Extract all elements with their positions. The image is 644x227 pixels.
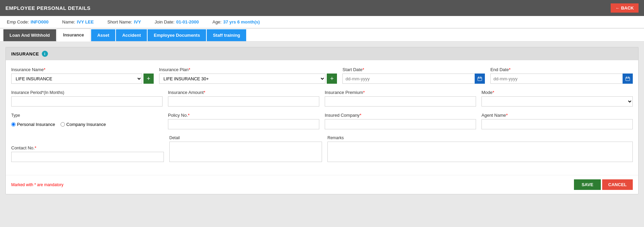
remarks-group: Remarks xyxy=(327,135,633,162)
personal-insurance-radio[interactable] xyxy=(11,122,16,127)
insurance-premium-label: Insurance Premium* xyxy=(325,90,476,95)
type-group: Type Personal Insurance Company Insuranc… xyxy=(11,113,163,129)
insured-company-label: Insured Company* xyxy=(325,113,476,118)
header-bar: EMPLOYEE PERSONAL DETAILS ← BACK xyxy=(0,0,644,16)
insurance-name-label: Insurance Name* xyxy=(11,67,154,72)
contact-no-label: Contact No.* xyxy=(11,145,164,150)
employee-info-bar: Emp Code: INFO000 Name: IVY LEE Short Na… xyxy=(0,16,644,29)
save-button[interactable]: SAVE xyxy=(574,179,600,190)
name-label: Name: xyxy=(62,19,75,25)
insurance-plan-select[interactable]: LIFE INSURANCE 30+ xyxy=(159,74,326,84)
short-name-label: Short Name: xyxy=(107,19,132,25)
insurance-name-add-button[interactable]: + xyxy=(143,74,154,84)
policy-no-input[interactable] xyxy=(168,119,319,129)
insurance-premium-group: Insurance Premium* xyxy=(325,90,476,107)
insured-company-group: Insured Company* xyxy=(325,113,476,129)
mandatory-note: Marked with * are mandatory xyxy=(11,182,63,187)
end-date-calendar-button[interactable] xyxy=(623,74,633,84)
start-date-calendar-button[interactable] xyxy=(475,74,485,84)
personal-insurance-radio-item[interactable]: Personal Insurance xyxy=(11,122,55,127)
svg-rect-0 xyxy=(478,77,482,81)
company-insurance-label: Company Insurance xyxy=(66,122,106,127)
tab-accident[interactable]: Accident xyxy=(116,29,147,41)
tabs-bar: Loan And Withhold Insurance Asset Accide… xyxy=(0,29,644,42)
end-date-label: End Date* xyxy=(490,67,633,72)
short-name-value: IVY xyxy=(134,19,141,25)
section-title: INSURANCE xyxy=(11,51,39,56)
tab-employee-documents[interactable]: Employee Documents xyxy=(148,29,206,41)
insurance-amount-input[interactable] xyxy=(168,96,319,107)
remarks-textarea[interactable] xyxy=(327,142,633,162)
end-date-input[interactable] xyxy=(490,74,623,84)
age-label: Age: xyxy=(213,19,222,25)
insurance-plan-input-wrap: LIFE INSURANCE 30+ + xyxy=(159,74,337,84)
insured-company-input[interactable] xyxy=(325,119,476,129)
emp-code-value: INFO000 xyxy=(31,19,49,25)
main-content: INSURANCE i Insurance Name* LIFE INSURAN… xyxy=(0,42,644,200)
insurance-period-label: Insurance Period*(In Months) xyxy=(11,90,163,95)
contact-no-group: Contact No.* xyxy=(11,145,164,162)
insurance-plan-group: Insurance Plan* LIFE INSURANCE 30+ + xyxy=(159,67,337,84)
insurance-period-group: Insurance Period*(In Months) xyxy=(11,90,163,107)
insurance-amount-label: Insurance Amount* xyxy=(168,90,319,95)
detail-label: Detail xyxy=(169,135,322,140)
calendar-icon-end xyxy=(625,76,630,81)
company-insurance-radio-item[interactable]: Company Insurance xyxy=(61,122,106,127)
section-header: INSURANCE i xyxy=(6,47,638,60)
insurance-plan-add-button[interactable]: + xyxy=(327,74,337,84)
start-date-wrap xyxy=(342,74,485,84)
join-date-label: Join Date: xyxy=(155,19,175,25)
insurance-name-group: Insurance Name* LIFE INSURANCE + xyxy=(11,67,154,84)
page-title: EMPLOYEE PERSONAL DETAILS xyxy=(5,5,90,11)
emp-code-label: Emp Code: xyxy=(7,19,29,25)
agent-name-group: Agent Name* xyxy=(481,113,633,129)
form-row-4: Contact No.* Detail Remarks xyxy=(11,135,633,162)
mode-select[interactable] xyxy=(481,96,633,107)
end-date-group: End Date* xyxy=(490,67,633,84)
start-date-label: Start Date* xyxy=(342,67,485,72)
start-date-group: Start Date* xyxy=(342,67,485,84)
tab-insurance[interactable]: Insurance xyxy=(57,29,90,42)
tab-loan-and-withhold[interactable]: Loan And Withhold xyxy=(3,29,56,41)
svg-rect-4 xyxy=(626,77,630,81)
insurance-premium-input[interactable] xyxy=(325,96,476,107)
mode-label: Mode* xyxy=(481,90,633,95)
name-value: IVY LEE xyxy=(77,19,94,25)
detail-group: Detail xyxy=(169,135,322,162)
insurance-plan-label: Insurance Plan* xyxy=(159,67,337,72)
form-footer: Marked with * are mandatory SAVE CANCEL xyxy=(6,175,638,194)
insurance-form: Insurance Name* LIFE INSURANCE + Insuran… xyxy=(6,60,638,175)
agent-name-label: Agent Name* xyxy=(481,113,633,118)
name-item: Name: IVY LEE xyxy=(62,19,94,25)
form-row-1: Insurance Name* LIFE INSURANCE + Insuran… xyxy=(11,67,633,84)
insurance-section-card: INSURANCE i Insurance Name* LIFE INSURAN… xyxy=(5,47,639,194)
policy-no-label: Policy No.* xyxy=(168,113,319,118)
calendar-icon xyxy=(477,76,482,81)
short-name-item: Short Name: IVY xyxy=(107,19,141,25)
detail-input[interactable] xyxy=(169,142,322,162)
insurance-amount-group: Insurance Amount* xyxy=(168,90,319,107)
personal-insurance-label: Personal Insurance xyxy=(17,122,55,127)
insurance-period-input[interactable] xyxy=(11,96,163,107)
remarks-label: Remarks xyxy=(327,135,633,140)
age-item: Age: 37 yrs 6 month(s) xyxy=(213,19,260,25)
agent-name-input[interactable] xyxy=(481,119,633,129)
type-radio-group: Personal Insurance Company Insurance xyxy=(11,119,163,129)
end-date-wrap xyxy=(490,74,633,84)
policy-no-group: Policy No.* xyxy=(168,113,319,129)
company-insurance-radio[interactable] xyxy=(61,122,65,127)
action-buttons: SAVE CANCEL xyxy=(574,179,633,190)
insurance-name-select[interactable]: LIFE INSURANCE xyxy=(11,74,142,84)
cancel-button[interactable]: CANCEL xyxy=(602,179,633,190)
form-row-2: Insurance Period*(In Months) Insurance A… xyxy=(11,90,633,107)
insurance-name-input-wrap: LIFE INSURANCE + xyxy=(11,74,154,84)
join-date-value: 01-01-2000 xyxy=(176,19,199,25)
start-date-input[interactable] xyxy=(342,74,475,84)
back-button[interactable]: ← BACK xyxy=(611,3,639,13)
form-row-3: Type Personal Insurance Company Insuranc… xyxy=(11,113,633,129)
mode-group: Mode* xyxy=(481,90,633,107)
contact-no-input[interactable] xyxy=(11,152,164,162)
tab-asset[interactable]: Asset xyxy=(91,29,115,41)
tab-staff-training[interactable]: Staff training xyxy=(207,29,246,41)
info-icon[interactable]: i xyxy=(42,51,48,57)
